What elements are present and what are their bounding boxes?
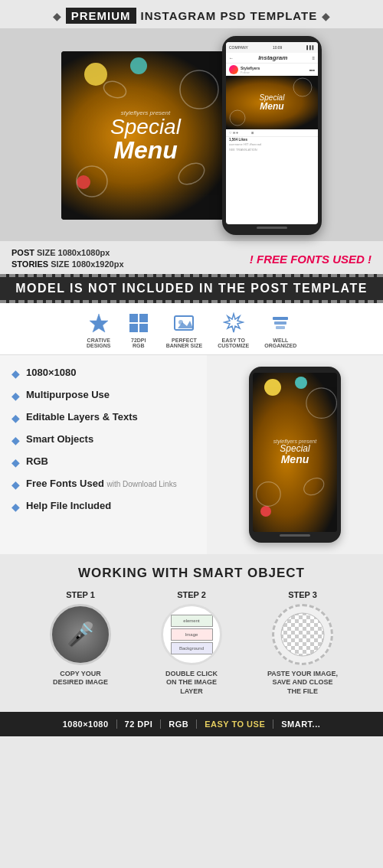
insta-menu-icon: ≡ (312, 56, 315, 60)
post-size-line: POST SIZE 1080x1080px (11, 247, 124, 259)
footer-item-easy-to-use: EASY TO USE (197, 720, 273, 729)
phone-screen: COMPANY 10:09 ▌▌▌ ← Instagram ≡ Stylefly… (226, 42, 318, 224)
feature-sub-download: with Download Links (106, 480, 176, 488)
info-band: POST SIZE 1080x1080px STORIES SIZE 1080x… (0, 241, 383, 274)
svg-rect-17 (276, 326, 285, 329)
svg-marker-6 (90, 314, 108, 332)
feature-easy-customize: EASY TOCUSTOMIZE (218, 311, 249, 348)
step-2-layer-image: Image (171, 628, 213, 641)
step-1-item: STEP 1 🎤 COPY YOURDESIRED IMAGE (31, 590, 130, 697)
svg-point-0 (180, 70, 218, 109)
stories-size-label: STORIES (11, 259, 48, 269)
diamond-icon-3: ◆ (11, 412, 20, 424)
svg-marker-14 (224, 314, 243, 332)
step-3-item: STEP 3 PASTE YOUR IMAGE,SAVE AND C (253, 590, 352, 697)
feature-item-editable: ◆ Editable Layers & Texts (11, 411, 195, 424)
svg-point-20 (301, 475, 327, 498)
header-diamond-left: ◆ (53, 10, 61, 22)
footer-item-size: 1080×1080 (55, 720, 117, 729)
diamond-icon-5: ◆ (11, 456, 20, 468)
svg-point-2 (175, 159, 208, 189)
step-2-layers-visual: element Image Background (171, 615, 213, 654)
phone-company: COMPANY (229, 45, 248, 50)
instagram-phone-mockup: COMPANY 10:09 ▌▌▌ ← Instagram ≡ Stylefly… (222, 36, 322, 235)
svg-point-3 (101, 78, 128, 100)
insta-likes-count: 1,564 Likes (226, 137, 318, 142)
step-1-desc: COPY YOURDESIRED IMAGE (53, 670, 108, 687)
insta-post-image: Special Menu (226, 76, 318, 129)
step-1-mic-icon: 🎤 (67, 621, 95, 648)
diamond-icon-6: ◆ (11, 478, 20, 491)
stories-text-overlay: styleflyers present Special Menu (273, 439, 316, 466)
feature-well-organized: WELLORGANIZED (264, 311, 296, 348)
svg-rect-15 (273, 317, 288, 320)
step-3-label: STEP 3 (288, 590, 317, 599)
step-2-layer-background: Background (171, 642, 213, 654)
feature-72dpi-rgb: 72DPIRGB (126, 311, 151, 348)
stories-screen: styleflyers present Special Menu (253, 373, 337, 532)
post-text: styleflyers present Special Menu (110, 109, 181, 162)
post-special-text: Special (110, 116, 181, 138)
post-mockup: styleflyers present Special Menu (61, 51, 230, 220)
model-banner: MODEL IS NOT INCLUDED IN THE POST TEMPLA… (0, 274, 383, 303)
feature-item-1080: ◆ 1080×1080 (11, 367, 195, 380)
footer-bar: 1080×1080 72 DPI RGB EASY TO USE SMART..… (0, 712, 383, 736)
feature-crative-designs: CRATIVEDESIGNS (87, 311, 111, 348)
svg-rect-8 (139, 314, 148, 322)
right-stories-panel: styleflyers present Special Menu (207, 355, 383, 554)
svg-point-4 (293, 78, 312, 96)
step-3-checkerboard-icon (280, 612, 326, 658)
diamond-icon-4: ◆ (11, 434, 20, 446)
well-organized-icon (268, 311, 293, 335)
feature-text-rgb: RGB (26, 455, 48, 467)
72dpi-label: 72DPIRGB (131, 338, 146, 348)
stories-size-value: SIZE 1080x1920px (51, 259, 123, 269)
step-1-label: STEP 1 (66, 590, 95, 599)
header: ◆ PREMIUM INSTAGRAM PSD TEMPLATE ◆ (0, 0, 383, 28)
footer-item-dpi: 72 DPI (117, 720, 162, 729)
header-diamond-right: ◆ (322, 10, 330, 22)
step-3-circle (272, 604, 333, 665)
insta-back-icon: ← (229, 56, 234, 60)
feature-text-editable: Editable Layers & Texts (26, 411, 138, 423)
phone-home-bar (257, 227, 287, 229)
main-content: ◆ 1080×1080 ◆ Multipurpose Use ◆ Editabl… (0, 355, 383, 554)
well-organized-label: WELLORGANIZED (264, 338, 296, 348)
stories-phone-mockup: styleflyers present Special Menu (249, 367, 341, 543)
step-2-desc: DOUBLE CLICKON THE IMAGELAYER (165, 670, 218, 697)
svg-point-25 (281, 613, 324, 656)
insta-avatar (229, 65, 238, 74)
svg-point-19 (256, 481, 280, 506)
features-icons-row: CRATIVEDESIGNS 72DPIRGB PERFECTBANNER SI… (0, 303, 383, 355)
svg-rect-10 (139, 324, 148, 332)
insta-comment: username HIT #fanroad (226, 142, 318, 148)
svg-point-5 (230, 110, 245, 126)
insta-username-text: Styleflyers (241, 66, 260, 70)
insta-see-translation: SEE TRANSLATION (226, 148, 318, 153)
step-2-layer-element: element (171, 615, 213, 627)
perfect-banner-label: PERFECTBANNER SIZE (166, 338, 202, 348)
stories-present: styleflyers present (273, 439, 316, 444)
smart-object-section: WORKING WITH SMART OBJECT STEP 1 🎤 COPY … (0, 554, 383, 712)
svg-point-1 (77, 166, 107, 197)
72dpi-icon (126, 311, 151, 335)
footer-item-smart: SMART... (273, 720, 328, 729)
header-premium-badge: PREMIUM (66, 8, 136, 24)
crative-designs-icon (87, 311, 111, 335)
feature-perfect-banner: PERFECTBANNER SIZE (166, 311, 202, 348)
stories-home-bar (280, 534, 310, 537)
preview-area: styleflyers present Special Menu COMPANY… (0, 28, 383, 241)
phone-signal: ▌▌▌ (306, 45, 315, 50)
free-fonts-text: ! FREE FONTS USED ! (250, 253, 372, 266)
step-2-item: STEP 2 element Image Background DOUBLE C… (142, 590, 241, 697)
feature-item-help-file: ◆ Help File Included (11, 500, 195, 513)
insta-app-header: ← Instagram ≡ (226, 53, 318, 64)
feature-text-free-fonts: Free Fonts Used with Download Links (26, 478, 177, 489)
stories-menu: Menu (273, 454, 316, 465)
post-size-label: POST (11, 248, 34, 257)
easy-customize-icon (221, 311, 246, 335)
phone-status-bar: COMPANY 10:09 ▌▌▌ (226, 42, 318, 53)
insta-post-header: Styleflyers Follow ••• (226, 64, 318, 76)
insta-logo-text: Instagram (258, 54, 287, 61)
sizes-info: POST SIZE 1080x1080px STORIES SIZE 1080x… (11, 247, 124, 271)
